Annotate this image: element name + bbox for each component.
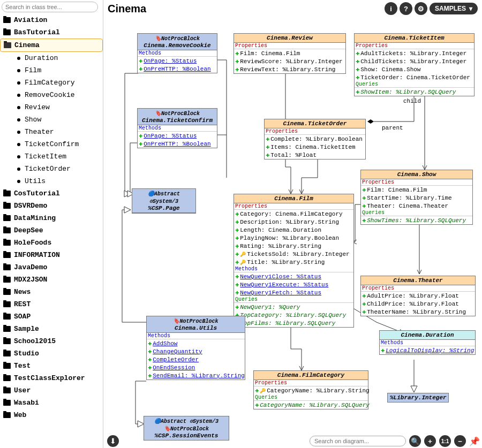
tree-item-label: Test bbox=[14, 362, 31, 370]
tree-folder-item[interactable]: Web bbox=[0, 409, 103, 421]
class-ticket-order[interactable]: Cinema.TicketOrder Properties ✚Complete:… bbox=[264, 119, 366, 160]
tree-item-label: Utils bbox=[25, 177, 46, 185]
tree-folder-item[interactable]: SOAP bbox=[0, 310, 103, 323]
tree-child-item[interactable]: Utils bbox=[0, 175, 103, 187]
download-button[interactable]: ⬇ bbox=[107, 435, 119, 447]
folder-icon bbox=[3, 215, 11, 221]
bullet-icon bbox=[17, 106, 20, 109]
diagram-search-input[interactable] bbox=[310, 436, 406, 446]
tree-item-label: User bbox=[14, 386, 31, 394]
info-button[interactable]: i bbox=[385, 2, 397, 15]
folder-icon bbox=[3, 252, 11, 258]
tree-child-item[interactable]: TicketItem bbox=[0, 150, 103, 163]
bullet-icon bbox=[17, 81, 20, 85]
tree-folder-item[interactable]: BasTutorial bbox=[0, 26, 103, 39]
class-utils[interactable]: 🔖NotProcBlockCinema.Utils Methods ✚AddSh… bbox=[146, 316, 245, 380]
tree-folder-item[interactable]: HoleFoods bbox=[0, 237, 103, 249]
folder-icon bbox=[3, 363, 11, 369]
tree-folder-item[interactable]: News bbox=[0, 286, 103, 298]
class-library-integer[interactable]: %Library.Integer bbox=[387, 393, 449, 403]
class-film-category[interactable]: Cinema.FilmCategory Properties ✚Category… bbox=[253, 370, 368, 409]
tree-item-label: CosTutorial bbox=[14, 189, 60, 198]
pin-button[interactable]: 📌 bbox=[469, 436, 480, 446]
tree-folder-item[interactable]: DeepSee bbox=[0, 224, 103, 237]
tree-folder-item[interactable]: School2015 bbox=[0, 335, 103, 347]
tree-item-label: FilmCategory bbox=[25, 79, 75, 87]
class-remove-cookie[interactable]: 🔖NotProcBlockCinema.RemoveCookie Methods… bbox=[137, 33, 217, 73]
folder-icon bbox=[3, 227, 11, 233]
folder-icon bbox=[3, 277, 11, 283]
page-title: Cinema bbox=[108, 3, 146, 15]
tree-child-item[interactable]: TicketOrder bbox=[0, 163, 103, 175]
samples-button[interactable]: SAMPLES▾ bbox=[430, 3, 478, 14]
tree-folder-item[interactable]: DataMining bbox=[0, 212, 103, 224]
tree-child-item[interactable]: Review bbox=[0, 101, 103, 113]
class-ticket-item[interactable]: Cinema.TicketItem Properties ✚AdultTicke… bbox=[354, 33, 475, 96]
tree-folder-item[interactable]: Studio bbox=[0, 347, 103, 360]
bullet-icon bbox=[17, 180, 20, 183]
tree-item-label: HoleFoods bbox=[14, 239, 51, 247]
tree-folder-item[interactable]: DSVRDemo bbox=[0, 200, 103, 212]
class-duration[interactable]: Cinema.Duration Methods ✚LogicalToDispla… bbox=[379, 330, 476, 355]
tree-folder-item[interactable]: JavaDemo bbox=[0, 261, 103, 274]
zoom-in-button[interactable]: + bbox=[424, 435, 436, 447]
tree-child-item[interactable]: Film bbox=[0, 64, 103, 77]
tree-child-item[interactable]: Show bbox=[0, 113, 103, 126]
tree-child-item[interactable]: TicketConfirm bbox=[0, 138, 103, 150]
class-tree[interactable]: AviationBasTutorialCinemaDurationFilmFil… bbox=[0, 14, 103, 447]
bullet-icon bbox=[17, 69, 20, 72]
tree-child-item[interactable]: Duration bbox=[0, 52, 103, 64]
bullet-icon bbox=[17, 131, 20, 134]
tree-folder-item[interactable]: Aviation bbox=[0, 14, 103, 26]
tree-item-label: DataMining bbox=[14, 214, 56, 222]
zoom-out-button[interactable]: − bbox=[454, 435, 466, 447]
tree-item-label: Web bbox=[14, 411, 26, 419]
tree-folder-item[interactable]: Test bbox=[0, 360, 103, 372]
bullet-icon bbox=[17, 94, 20, 97]
class-ticket-confirm[interactable]: 🔖NotProcBlockCinema.TicketConfirm Method… bbox=[137, 108, 217, 148]
toolbar: i ? ⚙ SAMPLES▾ bbox=[385, 2, 478, 15]
tree-folder-item[interactable]: INFORMATION bbox=[0, 249, 103, 261]
class-review[interactable]: Cinema.Review Properties ✚Film: Cinema.F… bbox=[234, 33, 346, 74]
tree-folder-item[interactable]: User bbox=[0, 384, 103, 397]
tree-item-label: REST bbox=[14, 300, 31, 308]
tree-item-label: MDX2JSON bbox=[14, 276, 47, 284]
tree-folder-item[interactable]: Cinema bbox=[0, 39, 103, 52]
settings-button[interactable]: ⚙ bbox=[415, 2, 427, 15]
tree-folder-item[interactable]: MDX2JSON bbox=[0, 274, 103, 286]
folder-icon bbox=[3, 326, 11, 332]
folder-icon bbox=[4, 42, 11, 48]
tree-folder-item[interactable]: Wasabi bbox=[0, 397, 103, 409]
tree-child-item[interactable]: Theater bbox=[0, 126, 103, 138]
help-button[interactable]: ? bbox=[400, 2, 412, 15]
class-csp-page[interactable]: 🔵Abstract ⚙System/3 %CSP.Page bbox=[132, 188, 196, 214]
zoom-search-button[interactable]: 🔍 bbox=[409, 435, 421, 447]
tree-item-label: TicketItem bbox=[25, 153, 66, 161]
tree-item-label: Theater bbox=[25, 128, 54, 136]
diagram-canvas[interactable]: child parent 🔖NotProcBlockCinema.RemoveC… bbox=[103, 17, 482, 445]
class-theater[interactable]: Cinema.Theater Properties ✚AdultPrice: %… bbox=[360, 276, 476, 316]
folder-icon bbox=[3, 388, 11, 393]
tree-item-label: Duration bbox=[25, 54, 58, 62]
tree-child-item[interactable]: FilmCategory bbox=[0, 77, 103, 89]
class-tree-sidebar: AviationBasTutorialCinemaDurationFilmFil… bbox=[0, 0, 103, 448]
folder-icon bbox=[3, 314, 11, 320]
folder-icon bbox=[3, 240, 11, 246]
tree-folder-item[interactable]: REST bbox=[0, 298, 103, 310]
folder-icon bbox=[3, 375, 11, 381]
tree-folder-item[interactable]: Sample bbox=[0, 323, 103, 335]
tree-folder-item[interactable]: CosTutorial bbox=[0, 187, 103, 200]
tree-item-label: DSVRDemo bbox=[14, 202, 47, 210]
class-show[interactable]: Cinema.Show Properties ✚Film: Cinema.Fil… bbox=[360, 170, 473, 225]
tree-folder-item[interactable]: TestClassExplorer bbox=[0, 372, 103, 384]
folder-icon bbox=[3, 412, 11, 418]
zoom-reset-button[interactable]: 1:1 bbox=[439, 435, 451, 447]
bullet-icon bbox=[17, 168, 20, 171]
folder-icon bbox=[3, 338, 11, 344]
folder-icon bbox=[3, 351, 11, 356]
folder-icon bbox=[3, 289, 11, 295]
tree-child-item[interactable]: RemoveCookie bbox=[0, 89, 103, 101]
search-input[interactable] bbox=[2, 2, 98, 12]
class-film[interactable]: Cinema.Film Properties ✚Category: Cinema… bbox=[234, 194, 354, 328]
tree-item-label: JavaDemo bbox=[14, 263, 47, 271]
